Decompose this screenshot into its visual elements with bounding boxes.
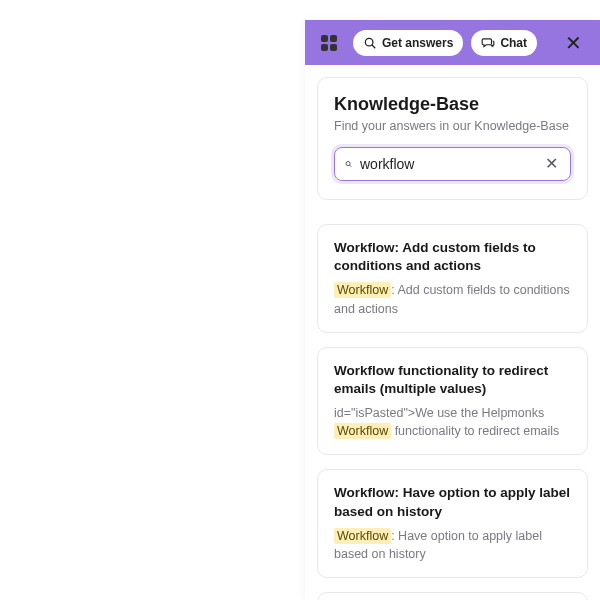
- search-field-wrap[interactable]: ✕: [334, 147, 571, 181]
- search-result[interactable]: Workflow functionality to redirect email…: [317, 347, 588, 456]
- get-answers-button[interactable]: Get answers: [353, 30, 463, 56]
- svg-point-2: [346, 162, 350, 166]
- help-panel: Get answers Chat ✕ Knowledge-Base Find y…: [305, 20, 600, 600]
- highlight: Workflow: [334, 423, 391, 439]
- close-button[interactable]: ✕: [557, 29, 590, 57]
- search-result[interactable]: Workflow: User's email assignment Workfl…: [317, 592, 588, 600]
- x-icon: ✕: [545, 155, 558, 172]
- search-input[interactable]: [360, 156, 535, 172]
- highlight: Workflow: [334, 528, 391, 544]
- apps-icon[interactable]: [321, 35, 337, 51]
- get-answers-label: Get answers: [382, 36, 453, 50]
- result-title: Workflow: Add custom fields to condition…: [334, 239, 571, 275]
- search-result[interactable]: Workflow: Have option to apply label bas…: [317, 469, 588, 578]
- panel-body: Knowledge-Base Find your answers in our …: [305, 65, 600, 600]
- chat-button[interactable]: Chat: [471, 30, 537, 56]
- result-title: Workflow: Have option to apply label bas…: [334, 484, 571, 520]
- knowledge-base-card: Knowledge-Base Find your answers in our …: [317, 77, 588, 200]
- panel-header: Get answers Chat ✕: [305, 20, 600, 65]
- clear-search-button[interactable]: ✕: [543, 156, 560, 172]
- result-title: Workflow functionality to redirect email…: [334, 362, 571, 398]
- search-icon: [345, 154, 352, 174]
- result-snippet: Workflow: Have option to apply label bas…: [334, 527, 571, 563]
- kb-subtitle: Find your answers in our Knowledge-Base: [334, 119, 571, 133]
- kb-title: Knowledge-Base: [334, 94, 571, 115]
- chat-label: Chat: [500, 36, 527, 50]
- svg-point-0: [365, 38, 373, 46]
- search-icon: [363, 36, 377, 50]
- svg-line-1: [372, 45, 375, 48]
- highlight: Workflow: [334, 282, 391, 298]
- result-snippet: Workflow: Add custom fields to condition…: [334, 281, 571, 317]
- result-snippet: id="isPasted">We use the Helpmonks Workf…: [334, 404, 571, 440]
- close-icon: ✕: [565, 32, 582, 54]
- chat-icon: [481, 36, 495, 50]
- svg-line-3: [350, 165, 352, 167]
- search-result[interactable]: Workflow: Add custom fields to condition…: [317, 224, 588, 333]
